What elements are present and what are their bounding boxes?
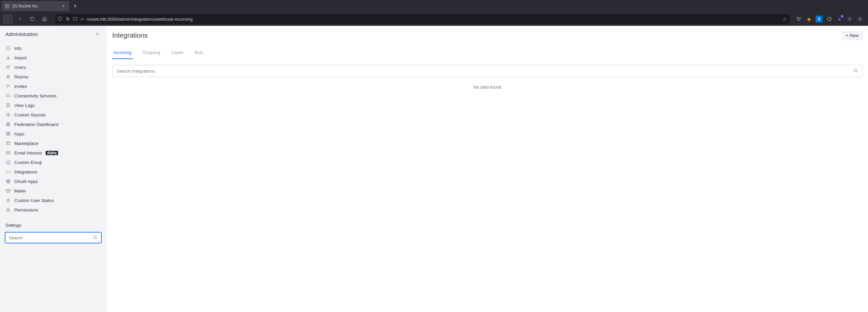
sidebar-item-label: Marketplace [14,141,38,146]
permissions-icon[interactable] [73,16,78,22]
sidebar-item-invites[interactable]: Invites [0,81,106,91]
users-icon [5,65,11,70]
svg-rect-1 [73,17,77,20]
connection-icon: ⊶ [80,17,84,21]
ext-orange-icon[interactable]: ◆ [805,16,812,22]
new-tab-button[interactable]: + [69,3,81,10]
ext-settings-icon[interactable] [846,16,853,22]
sidebar-item-label: Invites [14,84,27,89]
svg-point-20 [93,236,96,238]
browser-tab[interactable]: (5) Rocket Inc. × [1,1,69,11]
tab-zapier[interactable]: Zapier [170,47,185,59]
sidebar-item-label: Mailer [14,188,26,194]
sidebar-header: Administration [0,26,106,42]
browser-toolbar: ⊶ rocket.htb:3000/admin/integrations/web… [0,12,868,26]
sidebar-item-info[interactable]: Info [0,43,106,53]
bookmark-star-icon[interactable]: ☆ [782,16,787,22]
cloud-icon [5,93,11,98]
no-data-message: No data found [107,77,868,97]
hamburger-menu-icon[interactable] [856,16,863,22]
sidebar-item-federation-dashboard[interactable]: Federation Dashboard [0,120,106,129]
mail-icon [5,150,11,155]
sidebar-item-email-inboxes[interactable]: Email InboxesAlpha [0,148,106,158]
sidebar-item-marketplace[interactable]: Marketplace [0,139,106,148]
sidebar-item-connectivity-services[interactable]: Connectivity Services [0,91,106,100]
sidebar-item-label: Email Inboxes [14,150,42,155]
shield-icon[interactable] [58,16,63,22]
sidebar-item-label: View Logs [14,103,35,108]
sound-icon [5,112,11,117]
sidebar-item-custom-sounds[interactable]: Custom Sounds [0,110,106,120]
sidebar-item-label: Custom User Status [14,198,54,203]
sidebar-item-custom-user-status[interactable]: Custom User Status [0,196,106,205]
sidebar-item-oauth-apps[interactable]: OAuth Apps [0,177,106,186]
code-icon [5,169,11,175]
home-button[interactable] [39,14,50,24]
info-icon [5,45,11,51]
settings-search-input[interactable] [9,235,93,240]
svg-rect-19 [7,209,10,211]
close-sidebar-button[interactable] [94,31,101,37]
sidebar-item-label: Rooms [14,74,28,79]
reload-button[interactable] [27,14,37,24]
sidebar-item-label: Apps [14,131,24,136]
tab-bots[interactable]: Bots [193,47,205,59]
tab-favicon-icon [5,4,10,8]
logs-icon [5,103,11,108]
admin-sidebar: Administration InfoImportUsersRoomsInvit… [0,26,107,312]
tab-outgoing[interactable]: Outgoing [141,47,162,59]
integrations-search-input[interactable] [117,69,853,74]
tab-strip: (5) Rocket Inc. × + [0,0,868,12]
forward-button[interactable] [15,14,25,24]
new-button-label: New [850,33,858,38]
ext-circle-icon[interactable] [826,16,833,22]
sidebar-item-import[interactable]: Import [0,53,106,62]
sidebar-item-label: Permissions [14,207,38,213]
tab-incoming[interactable]: Incoming [112,47,133,59]
svg-point-5 [7,66,8,67]
lock-crossed-icon[interactable] [65,16,70,22]
sidebar-title: Administration [5,31,38,37]
sidebar-item-custom-emoji[interactable]: Custom Emoji [0,158,106,167]
url-bar[interactable]: ⊶ rocket.htb:3000/admin/integrations/web… [55,14,790,24]
sidebar-item-label: Integrations [14,169,37,175]
sidebar-item-label: Federation Dashboard [14,122,58,127]
sidebar-item-permissions[interactable]: Permissions [0,205,106,215]
apps-icon [5,131,11,136]
ext-purple-icon[interactable]: ● [836,16,843,22]
svg-point-7 [7,85,8,86]
svg-point-21 [854,69,857,72]
sidebar-item-label: Users [14,65,26,70]
new-button[interactable]: + New [841,31,863,40]
extension-icons: ◆ S ● [795,16,865,22]
sidebar-list: InfoImportUsersRoomsInvitesConnectivity … [0,42,106,216]
svg-rect-13 [8,134,10,135]
sidebar-item-users[interactable]: Users [0,62,106,72]
user-icon [5,198,11,203]
settings-header: Settings [0,216,106,231]
main-content: Integrations + New IncomingOutgoingZapie… [107,26,868,312]
mail-icon [5,188,11,194]
browser-chrome: (5) Rocket Inc. × + ⊶ rocket.htb:3000/ad… [0,0,868,26]
sidebar-item-label: Import [14,55,27,60]
sidebar-item-view-logs[interactable]: View Logs [0,100,106,110]
back-button[interactable] [3,14,13,24]
sidebar-item-label: Custom Sounds [14,112,46,117]
sidebar-item-mailer[interactable]: Mailer [0,186,106,196]
ext-blue-icon[interactable]: S [816,16,822,22]
sidebar-item-label: Info [14,46,22,51]
svg-point-15 [6,161,10,164]
pocket-icon[interactable] [795,16,802,22]
sidebar-item-apps[interactable]: Apps [0,129,106,139]
main-header: Integrations + New [107,31,868,44]
sidebar-item-rooms[interactable]: Rooms [0,72,106,81]
tab-title: (5) Rocket Inc. [12,4,58,8]
tab-close-icon[interactable]: × [61,3,66,9]
settings-search[interactable] [5,232,102,243]
integrations-search[interactable] [112,65,863,77]
sidebar-item-integrations[interactable]: Integrations [0,167,106,177]
alpha-badge: Alpha [46,151,58,155]
emoji-icon [5,160,11,165]
market-icon [5,141,11,146]
url-text: rocket.htb:3000/admin/integrations/webho… [87,17,780,22]
